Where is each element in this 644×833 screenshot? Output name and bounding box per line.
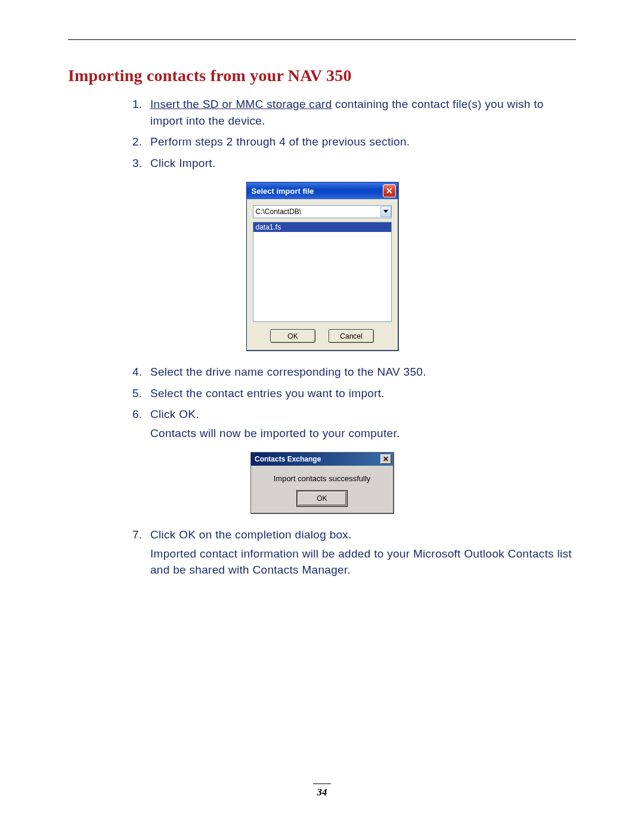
dialog2-body: Import contacts successfully OK [251,466,393,513]
dialog2-screenshot: Contacts Exchange ✕ Import contacts succ… [68,452,576,513]
dialog1-title: Select import file [252,187,314,196]
step-number: 5. [132,385,142,402]
footer-rule [313,784,331,784]
step-5: 5. Select the contact entries you want t… [132,385,576,402]
step-3-text: Click Import. [150,157,215,169]
dialog1-button-row: OK Cancel [253,329,392,343]
file-listbox[interactable]: data1.fs [253,222,392,322]
top-rule [68,39,576,40]
path-combobox-text: C:\ContactDB\ [256,208,302,216]
step-2: 2. Perform steps 2 through 4 of the prev… [132,134,576,150]
dialog1-titlebar: Select import file ✕ [247,182,398,199]
dialog2-titlebar: Contacts Exchange ✕ [251,453,393,466]
svg-marker-0 [383,210,388,213]
step-5-text: Select the contact entries you want to i… [150,387,385,400]
close-icon[interactable]: ✕ [383,184,396,197]
page-footer: 34 [0,784,644,798]
step-6-text: Click OK. [150,408,199,420]
step-3: 3. Click Import. [132,155,576,172]
dialog1-body: C:\ContactDB\ data1.fs OK Cancel [247,199,398,350]
step-7-extra: Imported contact information will be add… [150,546,576,578]
ok-button[interactable]: OK [270,329,315,343]
step-1-link[interactable]: Insert the SD or MMC storage card [150,98,332,110]
step-4: 4. Select the drive name corresponding t… [132,364,576,380]
steps-list-final: 7. Click OK on the completion dialog box… [68,527,576,578]
step-6-extra: Contacts will now be imported to your co… [150,425,576,442]
step-7: 7. Click OK on the completion dialog box… [132,527,576,578]
step-number: 4. [132,364,142,380]
step-number: 2. [132,134,142,150]
step-7-text: Click OK on the completion dialog box. [150,528,352,541]
dialog2-title: Contacts Exchange [255,455,321,463]
close-icon[interactable]: ✕ [380,454,391,464]
dialog2-message: Import contacts successfully [256,474,388,483]
step-6: 6. Click OK. Contacts will now be import… [132,406,576,441]
cancel-button[interactable]: Cancel [329,329,374,343]
step-number: 7. [132,527,142,543]
step-number: 1. [132,96,142,113]
step-number: 6. [132,406,142,423]
steps-list-continued: 4. Select the drive name corresponding t… [68,364,576,441]
ok-button[interactable]: OK [298,491,346,506]
step-number: 3. [132,155,142,172]
step-1: 1. Insert the SD or MMC storage card con… [132,96,576,129]
page-number: 34 [0,786,644,798]
step-4-text: Select the drive name corresponding to t… [150,366,426,378]
step-2-text: Perform steps 2 through 4 of the previou… [150,135,410,148]
section-heading: Importing contacts from your NAV 350 [68,66,576,85]
chevron-down-icon[interactable] [380,206,391,217]
contacts-exchange-dialog: Contacts Exchange ✕ Import contacts succ… [250,452,394,513]
path-combobox[interactable]: C:\ContactDB\ [253,205,392,218]
dialog1-screenshot: Select import file ✕ C:\ContactDB\ data1… [68,182,576,351]
list-item[interactable]: data1.fs [253,222,391,232]
steps-list: 1. Insert the SD or MMC storage card con… [68,96,576,171]
select-import-file-dialog: Select import file ✕ C:\ContactDB\ data1… [246,182,398,351]
